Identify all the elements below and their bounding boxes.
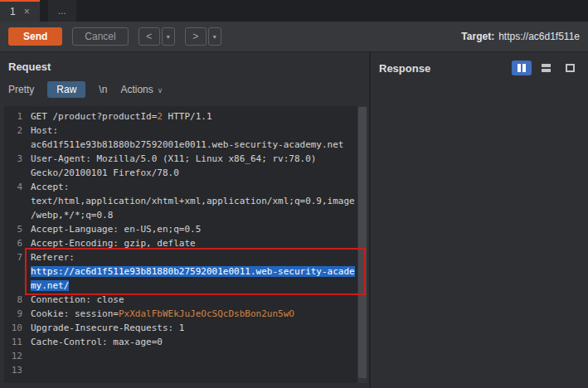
line-number: 8 — [4, 293, 22, 307]
scrollbar-thumb[interactable] — [358, 107, 367, 378]
history-forward-splitbutton: > ▾ — [185, 27, 221, 46]
line-number: 12 — [4, 349, 22, 363]
line-number: 3 — [4, 152, 22, 166]
code-row[interactable]: 12 — [4, 349, 367, 363]
history-back-button[interactable]: < — [138, 27, 160, 46]
code-text: Cache-Control: max-age=0 — [31, 335, 163, 349]
line-number: 13 — [4, 363, 22, 377]
repeater-tab-1[interactable]: 1 × — [0, 0, 40, 22]
code-row[interactable]: 10Upgrade-Insecure-Requests: 1 — [4, 321, 367, 335]
history-back-dropdown[interactable]: ▾ — [162, 27, 175, 46]
code-row[interactable]: 9Cookie: session=PxXdalFbWEkJuJeOcSQcDsb… — [4, 307, 367, 321]
code-text: GET /product?productId=2 HTTP/1.1 — [31, 109, 212, 124]
code-text: ac6d1f511e93b81880b27592001e0011.web-sec… — [31, 138, 344, 152]
line-number: 10 — [4, 321, 22, 335]
code-text: Gecko/20100101 Firefox/78.0 — [31, 166, 179, 180]
line-number — [4, 264, 22, 279]
code-row[interactable]: text/html,application/xhtml+xml,applicat… — [4, 194, 367, 208]
tab-label: 1 — [10, 6, 16, 17]
code-row[interactable]: 3User-Agent: Mozilla/5.0 (X11; Linux x86… — [4, 152, 367, 166]
send-button[interactable]: Send — [8, 27, 62, 46]
code-row[interactable]: Gecko/20100101 Firefox/78.0 — [4, 166, 367, 180]
code-text: User-Agent: Mozilla/5.0 (X11; Linux x86_… — [31, 152, 316, 166]
line-number: 4 — [4, 180, 22, 194]
code-row[interactable]: 1GET /product?productId=2 HTTP/1.1 — [4, 109, 367, 124]
code-row[interactable]: 6Accept-Encoding: gzip, deflate — [4, 236, 367, 250]
target-value[interactable]: https://ac6d1f511e — [498, 31, 580, 42]
request-title: Request — [8, 61, 51, 73]
line-number — [4, 166, 22, 180]
line-number — [4, 208, 22, 222]
line-number — [4, 138, 22, 152]
layout-stacked-button[interactable] — [536, 61, 556, 75]
code-text: my.net/ — [31, 279, 69, 293]
history-forward-dropdown[interactable]: ▾ — [208, 27, 221, 46]
request-panel-header: Request — [0, 52, 369, 75]
line-number: 1 — [4, 109, 22, 124]
request-subtabs: Pretty Raw \n Actions∨ — [0, 75, 369, 104]
code-row[interactable]: 4Accept: — [4, 180, 367, 194]
response-panel-header: Response — [371, 52, 588, 77]
repeater-tab-more[interactable]: ... — [48, 0, 76, 22]
code-row[interactable]: 8Connection: close — [4, 293, 367, 307]
layout-columns-button[interactable] — [512, 61, 532, 75]
target-display: Target:https://ac6d1f511e — [461, 31, 580, 42]
line-number: 6 — [4, 236, 22, 250]
code-row[interactable]: 7Referer: — [4, 250, 367, 264]
code-text: Accept: — [31, 180, 69, 194]
line-number: 2 — [4, 124, 22, 138]
stacked-icon — [542, 64, 551, 72]
tab-more-label: ... — [58, 5, 66, 17]
code-row[interactable]: 2Host: — [4, 124, 367, 138]
code-text: text/html,application/xhtml+xml,applicat… — [31, 194, 355, 208]
request-panel: Request Pretty Raw \n Actions∨ 1GET /pro… — [0, 52, 371, 387]
tab-pretty[interactable]: Pretty — [8, 84, 34, 95]
code-row[interactable]: 13 — [4, 363, 367, 377]
line-number: 11 — [4, 335, 22, 349]
code-text: Accept-Encoding: gzip, deflate — [31, 236, 196, 250]
history-back-splitbutton: < ▾ — [138, 27, 175, 46]
code-text: Connection: close — [31, 293, 124, 307]
tab-newline-toggle[interactable]: \n — [99, 84, 107, 95]
code-row[interactable]: ac6d1f511e93b81880b27592001e0011.web-sec… — [4, 138, 367, 152]
repeater-toolbar: Send Cancel < ▾ > ▾ Target:https://ac6d1… — [0, 22, 588, 52]
line-number: 5 — [4, 222, 22, 236]
code-text: /webp,*/*;q=0.8 — [31, 208, 113, 222]
actions-label: Actions — [120, 84, 153, 95]
code-text: Referer: — [31, 250, 75, 264]
message-editor-split: Request Pretty Raw \n Actions∨ 1GET /pro… — [0, 52, 588, 387]
code-row[interactable]: /webp,*/*;q=0.8 — [4, 208, 367, 222]
code-text: Accept-Language: en-US,en;q=0.5 — [31, 222, 201, 236]
code-row[interactable]: https://ac6d1f511e93b81880b27592001e0011… — [4, 264, 367, 279]
response-title: Response — [379, 62, 430, 75]
history-forward-button[interactable]: > — [185, 27, 207, 46]
code-text: Host: — [31, 124, 58, 138]
request-editor-content: 1GET /product?productId=2 HTTP/1.12Host:… — [4, 109, 367, 377]
request-editor[interactable]: 1GET /product?productId=2 HTTP/1.12Host:… — [4, 106, 367, 383]
view-layout-buttons — [512, 61, 580, 75]
code-row[interactable]: 5Accept-Language: en-US,en;q=0.5 — [4, 222, 367, 236]
layout-single-button[interactable] — [560, 61, 580, 75]
line-number — [4, 279, 22, 293]
close-tab-icon[interactable]: × — [24, 7, 30, 17]
actions-menu-button[interactable]: Actions∨ — [120, 84, 163, 95]
target-label: Target: — [461, 31, 494, 42]
tab-raw[interactable]: Raw — [47, 81, 85, 98]
repeater-tab-bar: 1 × ... — [0, 0, 588, 22]
cancel-button[interactable]: Cancel — [72, 27, 128, 46]
response-panel: Response — [371, 52, 588, 387]
editor-scrollbar[interactable] — [357, 106, 367, 383]
chevron-down-icon: ∨ — [158, 86, 163, 95]
single-pane-icon — [566, 64, 575, 72]
line-number: 9 — [4, 307, 22, 321]
code-text: https://ac6d1f511e93b81880b27592001e0011… — [31, 264, 355, 279]
code-text: Upgrade-Insecure-Requests: 1 — [31, 321, 184, 335]
code-text: Cookie: session=PxXdalFbWEkJuJeOcSQcDsbB… — [31, 307, 294, 321]
code-row[interactable]: 11Cache-Control: max-age=0 — [4, 335, 367, 349]
code-row[interactable]: my.net/ — [4, 279, 367, 293]
line-number: 7 — [4, 250, 22, 264]
line-number — [4, 194, 22, 208]
columns-icon — [518, 64, 521, 72]
